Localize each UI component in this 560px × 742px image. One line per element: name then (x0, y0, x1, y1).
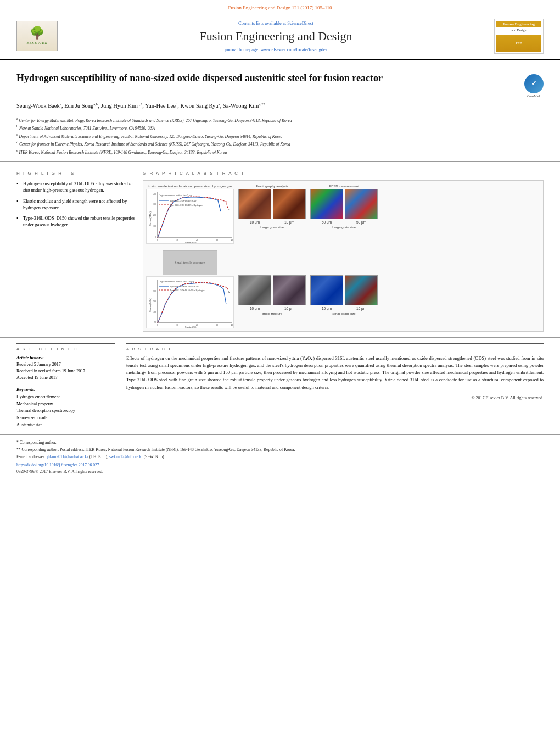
journal-homepage: journal homepage: www.elsevier.com/locat… (58, 47, 494, 52)
ebsd-img-3 (310, 275, 343, 305)
svg-text:Strain (%): Strain (%) (185, 241, 197, 244)
footnote-emails: E-mail addresses: jhkim2011@hanbat.ac.kr… (16, 454, 544, 460)
affiliation-a: a Center for Energy Materials Metrology,… (16, 116, 544, 124)
accepted-date: Accepted 19 June 2017 (16, 375, 115, 381)
abstract-copyright: © 2017 Elsevier B.V. All rights reserved… (126, 395, 544, 400)
svg-text:700: 700 (153, 289, 156, 292)
svg-text:500: 500 (153, 300, 156, 303)
issn-line: 0920-3796/© 2017 Elsevier B.V. All right… (16, 468, 544, 475)
small-grain-label: Small grain size (332, 312, 355, 315)
email-2-link[interactable]: swkim12@nfri.re.kr (109, 454, 143, 459)
svg-text:40: 40 (231, 238, 233, 241)
highlights-heading: H I G H L I G H T S (16, 171, 137, 176)
author-6: Sa-Woong Kime,** (223, 103, 265, 109)
svg-text:30: 30 (216, 238, 218, 241)
author-2: Eun Ju Songa,b, (64, 103, 101, 109)
highlights-heading-bar: H I G H L I G H T S (16, 168, 137, 176)
email-1-link[interactable]: jhkim2011@hanbat.ac.kr (47, 454, 88, 459)
svg-text:Strain (%): Strain (%) (185, 326, 197, 328)
highlight-item-2: Elastic modulus and yield strength were … (16, 198, 137, 211)
sciencedirect-link[interactable]: ScienceDirect (287, 20, 313, 26)
svg-text:100: 100 (153, 225, 156, 227)
article-info-heading-bar: A R T I C L E I N F O (16, 343, 115, 352)
crossmark-logo: ✓ CrossMark (524, 74, 544, 93)
ebsd-img-2-label: 50 μm (356, 220, 366, 224)
logo-right-header: Fusion Engineering (496, 21, 541, 27)
svg-text:10: 10 (176, 238, 178, 241)
doi-line[interactable]: http://dx.doi.org/10.1016/j.fusengdes.20… (16, 462, 544, 468)
highlights-col: H I G H L I G H T S Hydrogen susceptibil… (16, 168, 137, 332)
svg-text:40: 40 (231, 323, 233, 326)
homepage-url[interactable]: www.elsevier.com/locate/fusengdes (260, 47, 327, 52)
article-info-heading: A R T I C L E I N F O (16, 347, 115, 352)
svg-text:Type-316L ODS-D5-PP in Hydroge: Type-316L ODS-D5-PP in Hydrogen (170, 204, 203, 207)
highlights-list: Hydrogen susceptibility of 316L ODS allo… (16, 180, 137, 228)
keyword-1: Hydrogen embrittlement (16, 394, 115, 401)
ga-row-2: Small tensile specimen Stress (MPa) Stra… (146, 249, 540, 328)
keywords-label: Keywords: (16, 387, 36, 392)
footnote-corresponding-2: ** Corresponding author; Postal address:… (16, 447, 544, 453)
graphical-abstract-heading: G R A P H I C A L A B S T R A C T (143, 171, 544, 176)
article-info-col: A R T I C L E I N F O Article history: R… (16, 343, 115, 429)
chart3-title: EBSD measurement (328, 183, 360, 189)
ebsd-img-3-label: 15 μm (322, 306, 332, 310)
micro-img-2-label: 10 μm (284, 220, 294, 224)
svg-text:0: 0 (155, 236, 156, 238)
svg-text:50: 50 (154, 321, 156, 323)
keyword-5: Austenitic steel (16, 422, 115, 429)
elsevier-brand-text: ELSEVIER (26, 41, 47, 45)
elsevier-logo-box: 🌳 ELSEVIER (16, 21, 58, 51)
keyword-2: Mechanical property (16, 401, 115, 408)
svg-text:10: 10 (176, 323, 178, 326)
chart2-svg: Stress (MPa) Strain (%) 50 300 500 700 0… (147, 277, 234, 328)
page: Fusion Engineering and Design 121 (2017)… (0, 0, 560, 742)
micro-img-1-label: 10 μm (250, 220, 260, 224)
email-1-name: (J.H. Kim); (89, 454, 108, 459)
affiliation-b: b Now at Sandia National Laboratories, 7… (16, 124, 544, 131)
ga-row-1: In situ tensile test under air and press… (146, 183, 540, 244)
svg-text:0: 0 (157, 323, 158, 326)
keywords-section: Keywords: Hydrogen embrittlement Mechani… (16, 387, 115, 429)
keyword-4: Nano-sized oxide (16, 415, 115, 422)
contents-line: Contents lists available at ScienceDirec… (58, 20, 494, 26)
large-grain-label: Large grain size (260, 226, 284, 229)
authors-area: Seung-Wook Baeka, Eun Ju Songa,b, Jung H… (0, 99, 560, 113)
svg-text:20: 20 (196, 238, 198, 241)
micro-img-1 (238, 189, 271, 219)
author-3: Jung Hyun Kimc,*, (101, 103, 145, 109)
brittle-label: Brittle fracture (262, 312, 282, 315)
crossmark-circle: ✓ (524, 74, 544, 93)
svg-text:Stress (MPa): Stress (MPa) (149, 211, 152, 226)
homepage-label: journal homepage: (225, 47, 260, 52)
abstract-heading: A B S T R A C T (126, 347, 544, 352)
micro-img-3-label: 10 μm (250, 306, 260, 310)
journal-title: Fusion Engineering and Design (58, 29, 494, 43)
email-2-name: (S.-W. Kim). (144, 454, 165, 459)
ebsd-img-4-label: 15 μm (356, 306, 366, 310)
author-5: Kwon Sang Ryua, (181, 103, 223, 109)
article-history: Article history: Received 5 January 2017… (16, 355, 115, 381)
journal-center: Contents lists available at ScienceDirec… (58, 20, 494, 52)
crossmark-icon: ✓ (531, 79, 537, 88)
highlight-item-3: Type-316L ODS–D150 showed the robust ten… (16, 215, 137, 228)
abstract-text: Effects of hydrogen on the mechanical pr… (126, 355, 544, 391)
svg-text:200: 200 (153, 214, 156, 216)
highlight-item-1: Hydrogen susceptibility of 316L ODS allo… (16, 180, 137, 194)
svg-text:0: 0 (157, 238, 158, 241)
received-date: Received 5 January 2017 (16, 361, 115, 368)
micro-img-3 (238, 275, 271, 305)
citation-link[interactable]: Fusion Engineering and Design 121 (2017)… (228, 5, 332, 10)
logo-right-sub: and Design (496, 29, 541, 33)
logo-right-icon: FED (516, 42, 522, 45)
large-grain-label-2: Large grain size (332, 226, 356, 229)
graphical-abstract-col: G R A P H I C A L A B S T R A C T In sit… (143, 168, 544, 332)
keyword-3: Thermal desorption spectroscopy (16, 408, 115, 415)
affiliation-e: e ITER Korea, National Fusion Research I… (16, 148, 544, 155)
svg-text:30: 30 (216, 323, 218, 326)
abstract-col: A B S T R A C T Effects of hydrogen on t… (126, 343, 544, 429)
svg-text:400: 400 (153, 193, 156, 196)
ebsd-img-1 (310, 189, 343, 219)
micro-img-4 (273, 275, 306, 305)
ebsd-img-1-label: 50 μm (322, 220, 332, 224)
ebsd-img-2 (345, 189, 378, 219)
